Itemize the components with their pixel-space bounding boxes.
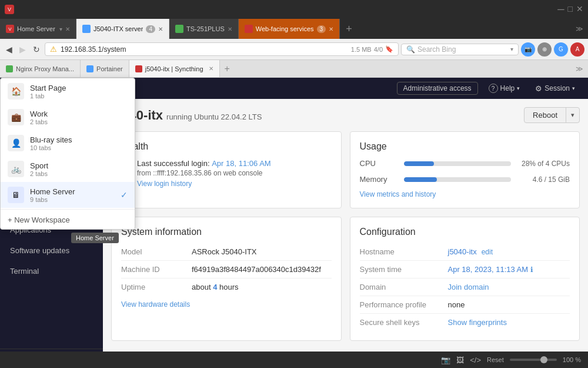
image-icon[interactable]: 🖼 xyxy=(456,356,464,364)
address-bar[interactable]: ⚠ 192.168.35.1/system 1.5 MB 4/0 🔖 xyxy=(45,42,399,56)
reboot-dropdown-btn[interactable]: ▾ xyxy=(566,108,579,122)
server-title-row: j5040-itx running Ubuntu 22.04.2 LTS Reb… xyxy=(111,107,580,123)
tab2-syncthing-label: j5040-itx | Syncthing xyxy=(145,65,203,72)
help-btn[interactable]: ? Help ▾ xyxy=(484,82,525,95)
ws-item-sport[interactable]: 🚲 Sport 2 tabs xyxy=(1,156,135,182)
ws-work-name: Work xyxy=(30,110,128,118)
browser-icon-1[interactable]: 📷 xyxy=(521,42,535,57)
view-hw-link[interactable]: View hardware details xyxy=(121,300,190,309)
cpu-value: 28% of 4 CPUs xyxy=(517,160,570,168)
tab-ts251[interactable]: TS-251PLUS ✕ xyxy=(169,19,239,39)
zoom-handle[interactable] xyxy=(540,356,547,363)
domain-link[interactable]: Join domain xyxy=(448,283,489,291)
system-time-label: System time xyxy=(360,265,448,274)
uptime-label: Uptime xyxy=(121,283,192,291)
tab-home-server[interactable]: V Home Server ▾ ✕ xyxy=(0,19,76,39)
system-info-title: System information xyxy=(121,227,332,237)
ws-sport-name: Sport xyxy=(30,161,128,170)
address-text: 192.168.35.1/system xyxy=(61,45,126,54)
browser-icon-3[interactable]: G xyxy=(554,42,568,57)
tab2-syncthing-close[interactable]: ✕ xyxy=(209,65,213,72)
tab-row-2: Nginx Proxy Mana... Portainer j5040-itx … xyxy=(0,60,588,78)
ssh-link[interactable]: Show fingerprints xyxy=(448,318,507,327)
search-dropdown[interactable]: ▾ xyxy=(510,46,513,52)
new-workspace-btn[interactable]: + New Workspace xyxy=(1,211,135,229)
memory-row: Memory 4.6 / 15 GiB xyxy=(360,175,570,184)
domain-label: Domain xyxy=(360,283,448,291)
hostname-row: Hostname j5040-itx edit xyxy=(360,243,570,261)
tab2-arrows[interactable]: ≫ xyxy=(571,60,588,77)
ws-item-bluray[interactable]: 👤 Blu-ray sites 10 tabs xyxy=(1,130,135,156)
tab-j5040-close[interactable]: ✕ xyxy=(158,26,163,32)
reload-btn[interactable]: ↻ xyxy=(31,44,42,55)
help-icon: ? xyxy=(489,84,498,93)
view-metrics-link[interactable]: View metrics and history xyxy=(360,190,436,198)
ws-start-page-name: Start Page xyxy=(30,84,128,92)
ws-item-start-page[interactable]: 🏠 Start Page 1 tab xyxy=(1,78,135,104)
hostname-edit-link[interactable]: edit xyxy=(482,248,493,256)
main-layout: V j Logs Storage Networking Accounts Ser… xyxy=(0,78,588,362)
tab2-portainer[interactable]: Portainer xyxy=(81,60,129,77)
memory-label: Memory xyxy=(360,175,398,184)
forward-btn[interactable]: ▶ xyxy=(17,44,28,55)
reset-btn[interactable]: Reset xyxy=(487,356,504,363)
reboot-main-btn[interactable]: Reboot xyxy=(524,108,566,122)
system-time-value: Apr 18, 2023, 11:13 AM xyxy=(448,265,529,274)
machine-id-value: f64919a3f8484497a006340c1d39432f xyxy=(192,265,321,274)
browser-icons: 📷 ⊕ G A xyxy=(521,42,584,57)
tab2-new[interactable]: + xyxy=(220,60,235,77)
back-btn[interactable]: ◀ xyxy=(4,44,15,55)
tab-j5040-label: J5040-ITX server xyxy=(93,25,143,32)
ws-bluray-text: Blu-ray sites 10 tabs xyxy=(30,135,128,151)
health-title: Health xyxy=(121,141,332,152)
search-icon: 🔍 xyxy=(406,45,415,54)
view-history-link[interactable]: View login history xyxy=(137,180,192,188)
search-bar[interactable]: 🔍 Search Bing ▾ xyxy=(401,44,519,55)
ws-home-server-tabs: 9 tabs xyxy=(30,196,115,203)
health-login-text: Last successful login: Apr 18, 11:06 AM xyxy=(137,159,271,168)
info-icon[interactable]: ℹ xyxy=(530,266,533,274)
memory-progress-fill xyxy=(404,177,437,182)
cpu-label: CPU xyxy=(360,159,398,168)
tab2-syncthing[interactable]: j5040-itx | Syncthing ✕ xyxy=(129,60,220,77)
tab-home-server-close[interactable]: ✕ xyxy=(65,26,70,32)
tab-ts251-close[interactable]: ✕ xyxy=(228,26,232,32)
machine-id-row: Machine ID f64919a3f8484497a006340c1d394… xyxy=(121,261,332,279)
camera-icon[interactable]: 📷 xyxy=(441,356,450,364)
ws-home-server-name: Home Server xyxy=(30,187,115,196)
tab-home-server-arrow[interactable]: ▾ xyxy=(59,26,62,32)
configuration-card: Configuration Hostname j5040-itx edit Sy… xyxy=(350,217,580,341)
code-icon[interactable]: </> xyxy=(470,356,481,364)
ws-item-work[interactable]: 💼 Work 2 tabs xyxy=(1,104,135,130)
sidebar-item-terminal[interactable]: Terminal xyxy=(0,261,103,281)
tab2-nginx[interactable]: Nginx Proxy Mana... xyxy=(0,60,81,77)
cockpit-actions: Administrative access ? Help ▾ ⚙ Session… xyxy=(397,82,580,95)
model-label: Model xyxy=(121,247,192,256)
tab-web-facing-count: 3 xyxy=(317,25,326,33)
ws-sport-text: Sport 2 tabs xyxy=(30,161,128,177)
admin-access-btn[interactable]: Administrative access xyxy=(397,82,478,95)
tab-web-facing[interactable]: Web-facing services 3 ✕ xyxy=(239,19,340,39)
system-info-card: System information Model ASRock J5040-IT… xyxy=(111,217,342,341)
ws-item-home-server[interactable]: 🖥 Home Server 9 tabs ✓ xyxy=(1,182,135,208)
gear-icon: ⚙ xyxy=(535,84,542,93)
tab-j5040[interactable]: J5040-ITX server 4 ✕ xyxy=(76,19,169,39)
tab-web-facing-close[interactable]: ✕ xyxy=(329,26,333,32)
ws-home-server-text: Home Server 9 tabs xyxy=(30,187,115,203)
browser-icon-2[interactable]: ⊕ xyxy=(537,42,552,57)
bottom-bar: 📷 🖼 </> Reset 100 % xyxy=(0,352,588,368)
new-tab-btn[interactable]: + xyxy=(340,19,358,39)
sidebar-item-software-updates[interactable]: Software updates xyxy=(0,240,103,261)
session-btn[interactable]: ⚙ Session ▾ xyxy=(530,82,580,95)
memory-value: 4.6 / 15 GiB xyxy=(517,175,570,184)
hostname-value: j5040-itx xyxy=(448,247,477,256)
cpu-progress-bar xyxy=(404,161,512,166)
perf-label: Performance profile xyxy=(360,300,448,309)
title-bar: V ─ □ ✕ xyxy=(0,0,588,19)
help-arrow: ▾ xyxy=(517,85,520,91)
browser-icon-4[interactable]: A xyxy=(570,42,584,57)
window-controls[interactable]: ─ □ ✕ xyxy=(557,4,583,15)
zoom-slider[interactable] xyxy=(510,359,557,361)
content: j5 Administrative access ? Help ▾ ⚙ Sess… xyxy=(103,78,588,362)
workspace-dropdown: 🏠 Start Page 1 tab 💼 Work 2 tabs 👤 Blu-r… xyxy=(0,78,135,230)
